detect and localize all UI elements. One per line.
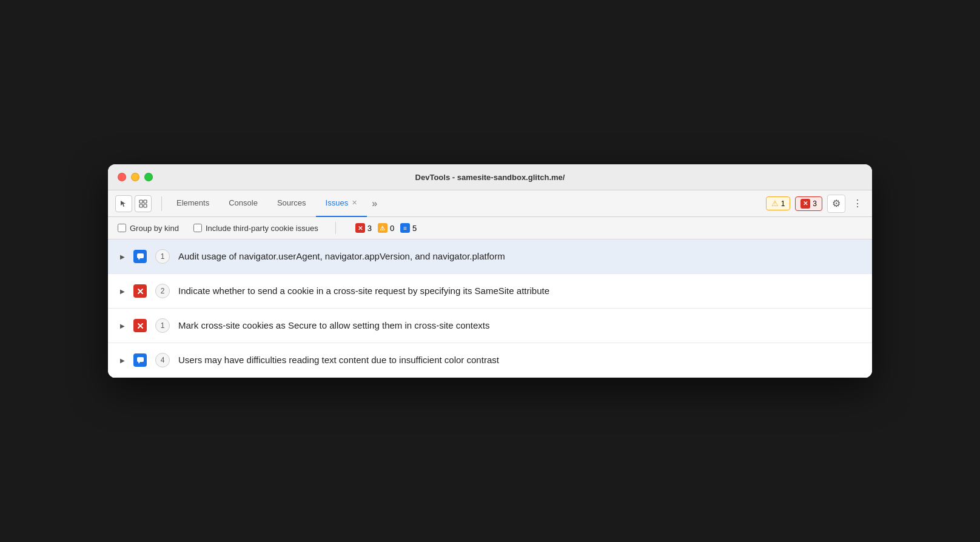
issue-row[interactable]: ▶1Audit usage of navigator.userAgent, na… [108,239,872,274]
info-type-icon [133,250,147,263]
tab-console[interactable]: Console [219,190,267,217]
more-icon: ⋮ [853,198,863,209]
traffic-lights [118,173,153,181]
filter-info-icon: ≡ [400,223,410,233]
issue-row[interactable]: ▶1Mark cross-site cookies as Secure to a… [108,309,872,343]
svg-rect-1 [144,200,147,203]
group-by-kind-text: Group by kind [130,224,179,233]
group-by-kind-label[interactable]: Group by kind [118,224,179,233]
filter-counts: ✕ 3 ⚠ 0 ≡ 5 [355,223,417,233]
close-button[interactable] [118,173,126,181]
cursor-icon-button[interactable] [115,195,132,212]
settings-button[interactable]: ⚙ [827,195,845,213]
filter-error-count: 3 [368,224,372,233]
toolbar-divider [161,196,162,211]
window-title: DevTools - samesite-sandbox.glitch.me/ [415,173,565,182]
warning-count-item: ⚠ 0 [378,223,394,233]
svg-rect-4 [137,253,144,258]
error-type-icon [133,319,147,332]
minimize-button[interactable] [131,173,139,181]
third-party-label[interactable]: Include third-party cookie issues [193,224,318,233]
layers-icon-button[interactable] [135,195,152,212]
tab-elements[interactable]: Elements [167,190,219,217]
warning-icon: ⚠ [771,199,779,208]
filter-bar: Group by kind Include third-party cookie… [108,217,872,239]
info-count-item: ≡ 5 [400,223,417,233]
filter-divider [335,222,336,234]
tab-close-icon[interactable]: ✕ [352,199,357,207]
toolbar: Elements Console Sources Issues ✕ » ⚠ 1 … [108,190,872,217]
error-type-icon [133,284,147,298]
toolbar-right: ⚠ 1 ✕ 3 ⚙ ⋮ [766,195,865,213]
tabs: Elements Console Sources Issues ✕ » [167,190,766,217]
issue-text: Users may have difficulties reading text… [178,353,860,367]
title-bar: DevTools - samesite-sandbox.glitch.me/ [108,164,872,190]
error-badge-button[interactable]: ✕ 3 [795,196,822,211]
svg-rect-3 [144,204,147,207]
issues-list: ▶1Audit usage of navigator.userAgent, na… [108,239,872,378]
warning-badge-button[interactable]: ⚠ 1 [766,196,791,210]
issue-text: Audit usage of navigator.userAgent, navi… [178,250,860,264]
issue-text: Mark cross-site cookies as Secure to all… [178,319,860,333]
issue-count-badge: 1 [155,249,170,264]
error-icon: ✕ [800,199,810,209]
group-by-kind-checkbox[interactable] [118,224,126,232]
issue-row[interactable]: ▶2Indicate whether to send a cookie in a… [108,274,872,309]
expand-arrow-icon[interactable]: ▶ [120,253,125,260]
issue-count-badge: 1 [155,318,170,333]
tab-issues[interactable]: Issues ✕ [316,190,368,217]
expand-arrow-icon[interactable]: ▶ [120,357,125,364]
expand-arrow-icon[interactable]: ▶ [120,288,125,295]
svg-rect-2 [139,204,143,207]
error-count-item: ✕ 3 [355,223,372,233]
issue-count-badge: 2 [155,284,170,298]
gear-icon: ⚙ [832,198,841,209]
toolbar-icons [115,195,152,212]
more-options-button[interactable]: ⋮ [850,195,865,213]
issue-row[interactable]: ▶4Users may have difficulties reading te… [108,343,872,378]
error-count: 3 [813,199,817,208]
warning-count: 1 [781,199,785,208]
filter-info-count: 5 [412,224,417,233]
tab-sources[interactable]: Sources [267,190,316,217]
tab-more-button[interactable]: » [367,190,382,217]
maximize-button[interactable] [144,173,153,181]
filter-warning-count: 0 [390,224,394,233]
third-party-text: Include third-party cookie issues [206,224,318,233]
filter-error-icon: ✕ [355,223,365,233]
expand-arrow-icon[interactable]: ▶ [120,323,125,329]
issue-count-badge: 4 [155,353,170,367]
svg-rect-9 [137,357,144,362]
info-type-icon [133,353,147,367]
filter-warning-icon: ⚠ [378,223,388,233]
devtools-window: DevTools - samesite-sandbox.glitch.me/ [108,164,872,378]
issue-text: Indicate whether to send a cookie in a c… [178,284,860,298]
svg-rect-0 [139,200,143,203]
third-party-checkbox[interactable] [193,224,202,232]
